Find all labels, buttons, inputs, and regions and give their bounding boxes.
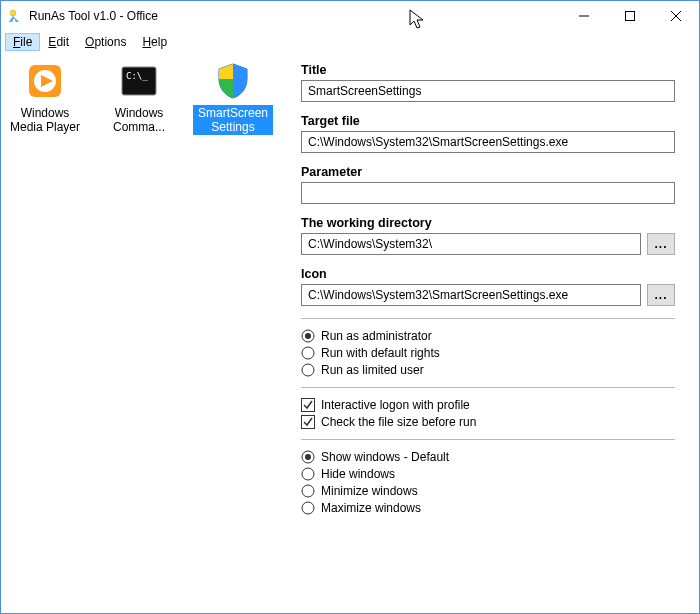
browse-working-directory-button[interactable]: ... bbox=[647, 233, 675, 255]
radio-show-windows[interactable]: Show windows - Default bbox=[301, 450, 675, 464]
media-player-icon bbox=[25, 61, 65, 101]
launcher-label: SmartScreenSettings bbox=[193, 105, 273, 135]
radio-label: Minimize windows bbox=[321, 484, 418, 498]
menu-edit[interactable]: Edit bbox=[40, 33, 77, 51]
radio-icon bbox=[301, 346, 315, 360]
command-prompt-icon: C:\_ bbox=[119, 61, 159, 101]
title-input[interactable] bbox=[301, 80, 675, 102]
check-interactive-logon[interactable]: Interactive logon with profile bbox=[301, 398, 675, 412]
radio-run-default-rights[interactable]: Run with default rights bbox=[301, 346, 675, 360]
radio-minimize-windows[interactable]: Minimize windows bbox=[301, 484, 675, 498]
radio-icon bbox=[301, 467, 315, 481]
svg-point-19 bbox=[302, 485, 314, 497]
svg-point-0 bbox=[10, 10, 16, 16]
check-file-size[interactable]: Check the file size before run bbox=[301, 415, 675, 429]
separator bbox=[301, 387, 675, 388]
title-bar: RunAs Tool v1.0 - Office bbox=[1, 1, 699, 31]
radio-hide-windows[interactable]: Hide windows bbox=[301, 467, 675, 481]
radio-label: Hide windows bbox=[321, 467, 395, 481]
check-label: Check the file size before run bbox=[321, 415, 476, 429]
parameter-label: Parameter bbox=[301, 165, 675, 179]
menu-bar: File Edit Options Help bbox=[1, 31, 699, 53]
icon-input[interactable] bbox=[301, 284, 641, 306]
menu-file[interactable]: File bbox=[5, 33, 40, 51]
menu-help[interactable]: Help bbox=[134, 33, 175, 51]
radio-selected-icon bbox=[301, 329, 315, 343]
menu-options[interactable]: Options bbox=[77, 33, 134, 51]
radio-icon bbox=[301, 501, 315, 515]
svg-point-13 bbox=[302, 364, 314, 376]
title-label: Title bbox=[301, 63, 675, 77]
launcher-pane: Windows Media Player C:\_ Windows Comma.… bbox=[1, 53, 301, 613]
radio-label: Run with default rights bbox=[321, 346, 440, 360]
launcher-smartscreen-settings[interactable]: SmartScreenSettings bbox=[193, 61, 273, 135]
radio-label: Run as limited user bbox=[321, 363, 424, 377]
radio-selected-icon bbox=[301, 450, 315, 464]
window-title: RunAs Tool v1.0 - Office bbox=[29, 9, 158, 23]
launcher-windows-media-player[interactable]: Windows Media Player bbox=[5, 61, 85, 135]
properties-pane: Title Target file Parameter The working … bbox=[301, 53, 699, 613]
radio-label: Maximize windows bbox=[321, 501, 421, 515]
svg-point-11 bbox=[305, 333, 311, 339]
minimize-button[interactable] bbox=[561, 1, 607, 31]
working-directory-label: The working directory bbox=[301, 216, 675, 230]
maximize-button[interactable] bbox=[607, 1, 653, 31]
target-file-input[interactable] bbox=[301, 131, 675, 153]
radio-maximize-windows[interactable]: Maximize windows bbox=[301, 501, 675, 515]
radio-label: Show windows - Default bbox=[321, 450, 449, 464]
browse-icon-button[interactable]: ... bbox=[647, 284, 675, 306]
radio-run-as-admin[interactable]: Run as administrator bbox=[301, 329, 675, 343]
svg-point-20 bbox=[302, 502, 314, 514]
svg-rect-2 bbox=[626, 12, 635, 21]
svg-point-18 bbox=[302, 468, 314, 480]
parameter-input[interactable] bbox=[301, 182, 675, 204]
separator bbox=[301, 318, 675, 319]
icon-label: Icon bbox=[301, 267, 675, 281]
radio-run-limited-user[interactable]: Run as limited user bbox=[301, 363, 675, 377]
checkbox-checked-icon bbox=[301, 398, 315, 412]
launcher-label: Windows Media Player bbox=[5, 105, 85, 135]
close-button[interactable] bbox=[653, 1, 699, 31]
svg-rect-14 bbox=[302, 399, 315, 412]
radio-icon bbox=[301, 363, 315, 377]
separator bbox=[301, 439, 675, 440]
working-directory-input[interactable] bbox=[301, 233, 641, 255]
launcher-label: Windows Comma... bbox=[99, 105, 179, 135]
svg-rect-15 bbox=[302, 416, 315, 429]
radio-label: Run as administrator bbox=[321, 329, 432, 343]
launcher-windows-command[interactable]: C:\_ Windows Comma... bbox=[99, 61, 179, 135]
svg-point-12 bbox=[302, 347, 314, 359]
svg-point-17 bbox=[305, 454, 311, 460]
check-label: Interactive logon with profile bbox=[321, 398, 470, 412]
target-file-label: Target file bbox=[301, 114, 675, 128]
checkbox-checked-icon bbox=[301, 415, 315, 429]
window-controls bbox=[561, 1, 699, 31]
shield-icon bbox=[213, 61, 253, 101]
app-icon bbox=[7, 8, 23, 24]
radio-icon bbox=[301, 484, 315, 498]
svg-text:C:\_: C:\_ bbox=[126, 71, 148, 81]
